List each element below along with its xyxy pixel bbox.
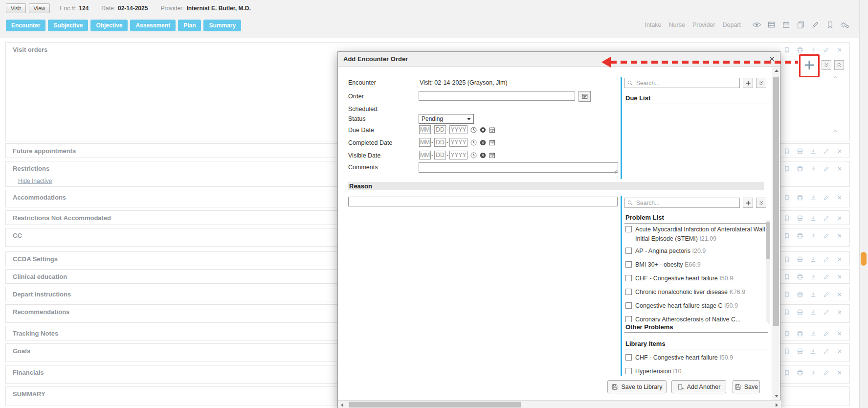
bookmark-icon[interactable] (783, 369, 790, 376)
nav-tab[interactable]: Encounter (6, 20, 45, 31)
completed-date-dd-input[interactable] (434, 138, 446, 147)
chevron-up-icon[interactable] (832, 74, 839, 81)
dialog-horizontal-scrollbar-thumb[interactable] (349, 402, 521, 408)
edit-icon[interactable] (823, 194, 830, 201)
download-icon[interactable] (810, 232, 817, 239)
print-icon[interactable] (797, 215, 803, 222)
eye-icon[interactable] (752, 21, 761, 29)
save-button[interactable]: Save (733, 380, 760, 393)
bookmark-icon[interactable] (825, 21, 835, 29)
edit-icon[interactable] (823, 330, 830, 337)
edit-icon[interactable] (823, 369, 830, 376)
library-item-checkbox[interactable] (625, 368, 632, 374)
page-scrollbar-thumb[interactable] (861, 252, 867, 266)
nav-tab[interactable]: Summary (203, 20, 241, 31)
visible-date-dd-input[interactable] (434, 151, 446, 159)
completed-date-mm-input[interactable] (419, 138, 431, 147)
dialog-vertical-scrollbar-thumb[interactable] (773, 77, 779, 326)
library-item[interactable]: Hypertension I10 (624, 364, 765, 378)
delete-icon[interactable] (836, 215, 843, 222)
edit-icon[interactable] (823, 232, 830, 239)
problem-list-scrollbar[interactable] (766, 220, 770, 324)
problem-checkbox[interactable] (625, 248, 632, 254)
problem-checkbox[interactable] (625, 289, 632, 295)
clear-date-icon[interactable] (479, 126, 487, 134)
print-icon[interactable] (797, 194, 803, 201)
add-problem-button[interactable] (743, 198, 753, 208)
problem-item[interactable]: Chronic nonalcoholic liver disease K76.9 (624, 285, 765, 298)
delete-icon[interactable] (836, 256, 843, 263)
delete-icon[interactable] (836, 369, 843, 376)
download-icon[interactable] (810, 256, 817, 263)
visible-date-mm-input[interactable] (419, 151, 431, 159)
bookmark-icon[interactable] (783, 194, 790, 201)
problem-item[interactable]: BMI 30+ - obesity E66.9 (624, 257, 765, 271)
bookmark-icon[interactable] (783, 148, 790, 155)
calendar-icon[interactable] (489, 152, 496, 159)
problem-item[interactable]: Acute Myocardial Infarction of Anterolat… (624, 222, 765, 244)
clock-icon[interactable] (470, 152, 477, 159)
edit-icon[interactable] (823, 273, 830, 280)
bookmark-icon[interactable] (783, 309, 790, 316)
edit-icon[interactable] (823, 215, 830, 222)
bookmark-icon[interactable] (783, 348, 790, 355)
scroll-up-arrow[interactable] (772, 67, 780, 75)
bookmark-icon[interactable] (783, 232, 790, 239)
completed-date-yyyy-input[interactable] (449, 138, 467, 147)
reason-input[interactable] (348, 197, 618, 206)
expand-all-button[interactable] (822, 60, 831, 70)
stage-link[interactable]: Intake (645, 22, 662, 28)
chevron-up-icon[interactable] (832, 128, 839, 135)
problem-item[interactable]: CHF - Congestive heart failure I50.9 (624, 271, 765, 285)
bookmark-icon[interactable] (783, 46, 790, 53)
nav-tab[interactable]: Assessment (130, 20, 176, 31)
dialog-horizontal-scrollbar[interactable] (338, 400, 781, 408)
nav-tab[interactable]: Objective (90, 20, 128, 31)
expand-due-list-button[interactable] (756, 78, 766, 88)
bookmark-icon[interactable] (783, 215, 790, 222)
print-icon[interactable] (797, 330, 803, 337)
scroll-down-arrow[interactable] (772, 392, 780, 400)
add-another-button[interactable]: Add Another (671, 380, 726, 393)
edit-icon[interactable] (823, 256, 830, 263)
problem-checkbox[interactable] (625, 275, 632, 281)
collapse-all-button[interactable] (834, 60, 844, 70)
order-input[interactable] (419, 91, 575, 101)
clear-date-icon[interactable] (479, 152, 487, 159)
print-icon[interactable] (797, 148, 803, 155)
download-icon[interactable] (810, 46, 817, 53)
delete-icon[interactable] (836, 330, 843, 337)
nav-tab[interactable]: Plan (178, 20, 201, 31)
library-item-checkbox[interactable] (625, 354, 632, 361)
print-icon[interactable] (797, 291, 803, 298)
problem-checkbox[interactable] (625, 302, 632, 309)
print-icon[interactable] (797, 232, 803, 239)
view-tab[interactable]: View (29, 3, 50, 13)
expand-problem-list-button[interactable] (756, 198, 766, 208)
bookmark-icon[interactable] (783, 256, 790, 263)
download-icon[interactable] (810, 369, 817, 376)
download-icon[interactable] (810, 348, 817, 355)
delete-icon[interactable] (836, 348, 843, 355)
print-icon[interactable] (797, 256, 803, 263)
delete-icon[interactable] (836, 148, 843, 155)
delete-icon[interactable] (836, 194, 843, 201)
edit-icon[interactable] (823, 348, 830, 355)
due-date-yyyy-input[interactable] (449, 125, 467, 134)
comments-input[interactable] (419, 162, 618, 173)
download-icon[interactable] (810, 273, 817, 280)
scroll-right-arrow[interactable] (773, 401, 781, 408)
clock-icon[interactable] (470, 126, 477, 134)
calendar-icon[interactable] (489, 139, 496, 146)
bookmark-icon[interactable] (783, 165, 790, 172)
edit-icon[interactable] (823, 46, 830, 53)
problem-item[interactable]: Coronary Atherosclerosis of Native C... (624, 312, 765, 323)
print-icon[interactable] (797, 273, 803, 280)
print-icon[interactable] (797, 309, 803, 316)
edit-icon[interactable] (823, 148, 830, 155)
nav-tab[interactable]: Subjective (48, 20, 88, 31)
problem-item[interactable]: AP - Angina pectoris I20.9 (624, 244, 765, 257)
table-icon[interactable] (767, 21, 776, 29)
download-icon[interactable] (810, 330, 817, 337)
gears-icon[interactable] (840, 21, 849, 29)
